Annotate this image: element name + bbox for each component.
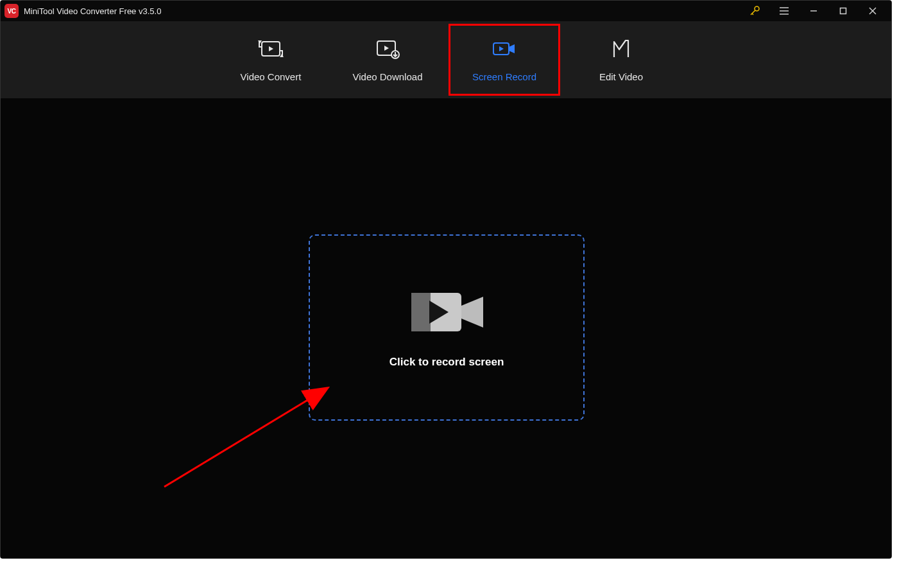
menu-button[interactable] (769, 1, 799, 21)
record-drop-zone[interactable]: Click to record screen (309, 234, 585, 421)
app-logo-text: VC (8, 8, 16, 15)
app-window: VC MiniTool Video Converter Free v3.5.0 (0, 0, 892, 559)
svg-marker-11 (269, 46, 273, 51)
convert-icon (258, 38, 284, 60)
svg-line-24 (164, 389, 327, 487)
tab-edit-video[interactable]: Edit Video (563, 21, 680, 98)
maximize-button[interactable] (828, 1, 858, 21)
main-tabs: Video Convert Video Download (1, 21, 891, 98)
close-button[interactable] (858, 1, 887, 21)
tab-label: Screen Record (472, 71, 536, 82)
edit-icon (610, 38, 632, 60)
camcorder-icon (405, 286, 488, 338)
svg-line-2 (752, 13, 753, 15)
svg-rect-7 (841, 8, 846, 14)
tab-video-convert[interactable]: Video Convert (212, 21, 329, 98)
main-area: Click to record screen (1, 98, 891, 558)
tab-label: Video Download (353, 71, 423, 82)
tab-video-download[interactable]: Video Download (329, 21, 446, 98)
svg-point-0 (755, 6, 759, 11)
tab-label: Edit Video (599, 71, 643, 82)
tab-label: Video Convert (241, 71, 302, 82)
close-icon (868, 6, 877, 15)
record-icon (492, 38, 517, 60)
svg-marker-15 (384, 46, 389, 51)
key-icon (748, 4, 761, 17)
maximize-icon (839, 6, 848, 15)
hamburger-icon (778, 5, 790, 17)
record-cta-label: Click to record screen (389, 356, 504, 369)
minimize-icon (809, 6, 818, 15)
title-bar: VC MiniTool Video Converter Free v3.5.0 (1, 1, 891, 21)
svg-marker-19 (499, 46, 504, 51)
download-icon (375, 38, 400, 60)
license-key-button[interactable] (740, 1, 769, 21)
window-title: MiniTool Video Converter Free v3.5.0 (24, 6, 161, 16)
app-logo-icon: VC (4, 4, 19, 18)
svg-rect-21 (411, 293, 431, 331)
minimize-button[interactable] (799, 1, 828, 21)
tab-screen-record[interactable]: Screen Record (446, 21, 563, 98)
